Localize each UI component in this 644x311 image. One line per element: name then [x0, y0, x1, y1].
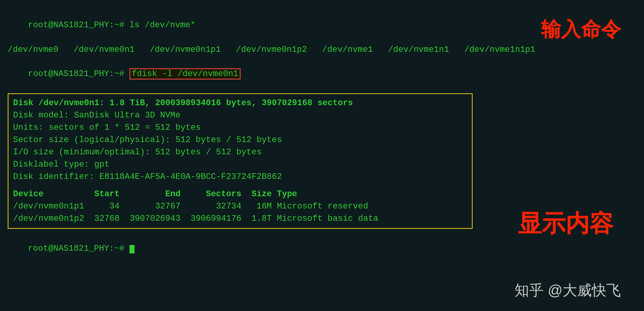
table-header: Device Start End Sectors Size Type: [13, 188, 467, 200]
prompt-1: root@NAS1821_PHY:~#: [28, 20, 129, 30]
disk-info-line4: Sector size (logical/physical): 512 byte…: [13, 134, 467, 146]
disk-info-line3: Units: sectors of 1 * 512 = 512 bytes: [13, 122, 467, 134]
terminal-window: root@NAS1821_PHY:~# ls /dev/nvme* /dev/n…: [0, 0, 644, 311]
disk-info-line5: I/O size (minimum/optimal): 512 bytes / …: [13, 146, 467, 159]
disk-info-line6: Disklabel type: gpt: [13, 159, 467, 171]
ls-command: ls /dev/nvme*: [129, 20, 196, 30]
annotation-input-label: 输入命令: [541, 16, 621, 43]
annotation-display-label: 显示内容: [518, 207, 613, 240]
watermark-label: 知乎 @大威快飞: [515, 281, 621, 300]
prompt-3: root@NAS1821_PHY:~#: [28, 244, 129, 253]
table-row-1: /dev/nvme0n1p1 34 32767 32734 16M Micros…: [13, 200, 467, 213]
fdisk-command-highlighted: fdisk -l /dev/nvme0n1: [129, 68, 241, 79]
prompt-2: root@NAS1821_PHY:~#: [28, 69, 129, 79]
disk-info-line1: Disk /dev/nvme0n1: 1.8 TiB, 200039893401…: [13, 97, 467, 109]
disk-info-line7: Disk identifier: E8118A4E-AF5A-4E0A-9BCC…: [13, 171, 467, 183]
fdisk-output-box: Disk /dev/nvme0n1: 1.8 TiB, 200039893401…: [8, 93, 473, 229]
disk-info-line2: Disk model: SanDisk Ultra 3D NVMe: [13, 109, 467, 122]
terminal-cursor: [129, 245, 134, 253]
table-row-2: /dev/nvme0n1p2 32768 3907026943 39069941…: [13, 213, 467, 225]
ls-output-line: /dev/nvme0 /dev/nvme0n1 /dev/nvme0n1p1 /…: [8, 44, 636, 56]
fdisk-command-line: root@NAS1821_PHY:~# fdisk -l /dev/nvme0n…: [8, 56, 636, 93]
